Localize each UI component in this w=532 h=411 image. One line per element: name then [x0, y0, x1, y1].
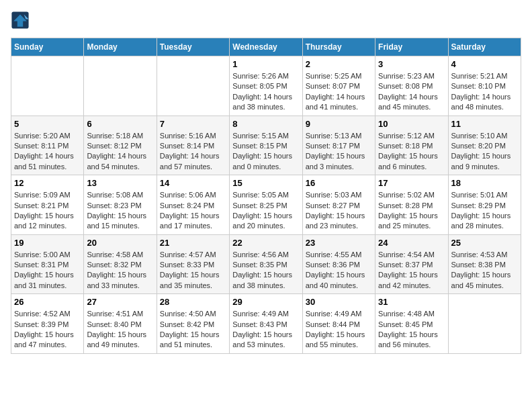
- day-number: 10: [378, 119, 445, 129]
- calendar-cell: 2Sunrise: 5:25 AMSunset: 8:07 PMDaylight…: [302, 56, 375, 116]
- day-number: 15: [232, 178, 299, 188]
- weekday-header-row: SundayMondayTuesdayWednesdayThursdayFrid…: [11, 38, 521, 56]
- calendar-cell: 16Sunrise: 5:03 AMSunset: 8:27 PMDayligh…: [302, 175, 375, 235]
- calendar-cell: [157, 56, 229, 116]
- cell-content: Sunrise: 4:48 AMSunset: 8:45 PMDaylight:…: [378, 309, 445, 351]
- cell-content: Sunrise: 5:23 AMSunset: 8:08 PMDaylight:…: [378, 71, 445, 113]
- cell-content: Sunrise: 4:56 AMSunset: 8:35 PMDaylight:…: [232, 250, 299, 291]
- cell-content: Sunrise: 5:26 AMSunset: 8:05 PMDaylight:…: [232, 71, 299, 113]
- cell-content: Sunrise: 5:02 AMSunset: 8:28 PMDaylight:…: [378, 190, 445, 232]
- calendar-cell: 27Sunrise: 4:51 AMSunset: 8:40 PMDayligh…: [84, 294, 157, 354]
- calendar-cell: 22Sunrise: 4:56 AMSunset: 8:35 PMDayligh…: [230, 234, 302, 294]
- weekday-header-cell: Wednesday: [230, 38, 302, 56]
- calendar-cell: 12Sunrise: 5:09 AMSunset: 8:21 PMDayligh…: [11, 175, 84, 235]
- calendar-table: SundayMondayTuesdayWednesdayThursdayFrid…: [11, 38, 521, 354]
- cell-content: Sunrise: 4:49 AMSunset: 8:43 PMDaylight:…: [232, 309, 299, 351]
- cell-content: Sunrise: 4:52 AMSunset: 8:39 PMDaylight:…: [14, 309, 81, 351]
- calendar-cell: 3Sunrise: 5:23 AMSunset: 8:08 PMDaylight…: [375, 56, 448, 116]
- calendar-cell: 1Sunrise: 5:26 AMSunset: 8:05 PMDaylight…: [230, 56, 302, 116]
- calendar-cell: 24Sunrise: 4:54 AMSunset: 8:37 PMDayligh…: [375, 234, 448, 294]
- cell-content: Sunrise: 5:15 AMSunset: 8:15 PMDaylight:…: [232, 131, 299, 173]
- day-number: 22: [232, 238, 299, 248]
- cell-content: Sunrise: 5:18 AMSunset: 8:12 PMDaylight:…: [87, 131, 153, 173]
- page-header: [11, 11, 521, 30]
- day-number: 29: [232, 297, 299, 307]
- cell-content: Sunrise: 5:08 AMSunset: 8:23 PMDaylight:…: [87, 190, 153, 232]
- day-number: 27: [87, 297, 153, 307]
- calendar-cell: [448, 294, 521, 354]
- calendar-cell: 5Sunrise: 5:20 AMSunset: 8:11 PMDaylight…: [11, 116, 84, 175]
- calendar-week-row: 19Sunrise: 5:00 AMSunset: 8:31 PMDayligh…: [11, 234, 521, 294]
- day-number: 23: [306, 238, 372, 248]
- day-number: 3: [378, 59, 445, 69]
- day-number: 1: [232, 59, 299, 69]
- calendar-cell: 8Sunrise: 5:15 AMSunset: 8:15 PMDaylight…: [230, 116, 302, 175]
- weekday-header-cell: Monday: [84, 38, 157, 56]
- day-number: 21: [160, 238, 226, 248]
- day-number: 7: [160, 119, 226, 129]
- calendar-cell: [11, 56, 84, 116]
- cell-content: Sunrise: 4:57 AMSunset: 8:33 PMDaylight:…: [160, 250, 226, 291]
- logo: [11, 11, 32, 30]
- calendar-cell: 13Sunrise: 5:08 AMSunset: 8:23 PMDayligh…: [84, 175, 157, 235]
- cell-content: Sunrise: 5:01 AMSunset: 8:29 PMDaylight:…: [451, 190, 518, 232]
- calendar-cell: 23Sunrise: 4:55 AMSunset: 8:36 PMDayligh…: [302, 234, 375, 294]
- day-number: 19: [14, 238, 81, 248]
- logo-icon: [11, 11, 30, 30]
- calendar-cell: 21Sunrise: 4:57 AMSunset: 8:33 PMDayligh…: [157, 234, 229, 294]
- day-number: 18: [451, 178, 518, 188]
- cell-content: Sunrise: 5:21 AMSunset: 8:10 PMDaylight:…: [451, 71, 518, 113]
- day-number: 5: [14, 119, 81, 129]
- cell-content: Sunrise: 5:12 AMSunset: 8:18 PMDaylight:…: [378, 131, 445, 173]
- calendar-cell: 31Sunrise: 4:48 AMSunset: 8:45 PMDayligh…: [375, 294, 448, 354]
- cell-content: Sunrise: 5:09 AMSunset: 8:21 PMDaylight:…: [14, 190, 81, 232]
- day-number: 30: [306, 297, 372, 307]
- day-number: 12: [14, 178, 81, 188]
- day-number: 2: [306, 59, 372, 69]
- calendar-cell: 29Sunrise: 4:49 AMSunset: 8:43 PMDayligh…: [230, 294, 302, 354]
- cell-content: Sunrise: 4:51 AMSunset: 8:40 PMDaylight:…: [87, 309, 153, 351]
- weekday-header-cell: Friday: [375, 38, 448, 56]
- calendar-week-row: 12Sunrise: 5:09 AMSunset: 8:21 PMDayligh…: [11, 175, 521, 235]
- day-number: 16: [306, 178, 372, 188]
- cell-content: Sunrise: 4:55 AMSunset: 8:36 PMDaylight:…: [306, 250, 372, 291]
- calendar-cell: 19Sunrise: 5:00 AMSunset: 8:31 PMDayligh…: [11, 234, 84, 294]
- cell-content: Sunrise: 5:00 AMSunset: 8:31 PMDaylight:…: [14, 250, 81, 291]
- weekday-header-cell: Sunday: [11, 38, 84, 56]
- day-number: 6: [87, 119, 153, 129]
- day-number: 25: [451, 238, 518, 248]
- day-number: 13: [87, 178, 153, 188]
- cell-content: Sunrise: 5:06 AMSunset: 8:24 PMDaylight:…: [160, 190, 226, 232]
- calendar-week-row: 26Sunrise: 4:52 AMSunset: 8:39 PMDayligh…: [11, 294, 521, 354]
- day-number: 20: [87, 238, 153, 248]
- calendar-week-row: 1Sunrise: 5:26 AMSunset: 8:05 PMDaylight…: [11, 56, 521, 116]
- cell-content: Sunrise: 4:54 AMSunset: 8:37 PMDaylight:…: [378, 250, 445, 291]
- calendar-cell: 14Sunrise: 5:06 AMSunset: 8:24 PMDayligh…: [157, 175, 229, 235]
- day-number: 17: [378, 178, 445, 188]
- cell-content: Sunrise: 4:50 AMSunset: 8:42 PMDaylight:…: [160, 309, 226, 351]
- day-number: 8: [232, 119, 299, 129]
- calendar-body: 1Sunrise: 5:26 AMSunset: 8:05 PMDaylight…: [11, 56, 521, 354]
- calendar-cell: [84, 56, 157, 116]
- cell-content: Sunrise: 4:58 AMSunset: 8:32 PMDaylight:…: [87, 250, 153, 291]
- cell-content: Sunrise: 5:16 AMSunset: 8:14 PMDaylight:…: [160, 131, 226, 173]
- calendar-cell: 25Sunrise: 4:53 AMSunset: 8:38 PMDayligh…: [448, 234, 521, 294]
- calendar-cell: 6Sunrise: 5:18 AMSunset: 8:12 PMDaylight…: [84, 116, 157, 175]
- cell-content: Sunrise: 5:10 AMSunset: 8:20 PMDaylight:…: [451, 131, 518, 173]
- day-number: 31: [378, 297, 445, 307]
- calendar-cell: 10Sunrise: 5:12 AMSunset: 8:18 PMDayligh…: [375, 116, 448, 175]
- cell-content: Sunrise: 5:03 AMSunset: 8:27 PMDaylight:…: [306, 190, 372, 232]
- weekday-header-cell: Thursday: [302, 38, 375, 56]
- weekday-header-cell: Saturday: [448, 38, 521, 56]
- weekday-header-cell: Tuesday: [157, 38, 229, 56]
- day-number: 14: [160, 178, 226, 188]
- day-number: 4: [451, 59, 518, 69]
- cell-content: Sunrise: 5:13 AMSunset: 8:17 PMDaylight:…: [306, 131, 372, 173]
- day-number: 9: [306, 119, 372, 129]
- day-number: 11: [451, 119, 518, 129]
- cell-content: Sunrise: 4:49 AMSunset: 8:44 PMDaylight:…: [306, 309, 372, 351]
- calendar-cell: 28Sunrise: 4:50 AMSunset: 8:42 PMDayligh…: [157, 294, 229, 354]
- calendar-cell: 26Sunrise: 4:52 AMSunset: 8:39 PMDayligh…: [11, 294, 84, 354]
- calendar-cell: 20Sunrise: 4:58 AMSunset: 8:32 PMDayligh…: [84, 234, 157, 294]
- cell-content: Sunrise: 4:53 AMSunset: 8:38 PMDaylight:…: [451, 250, 518, 291]
